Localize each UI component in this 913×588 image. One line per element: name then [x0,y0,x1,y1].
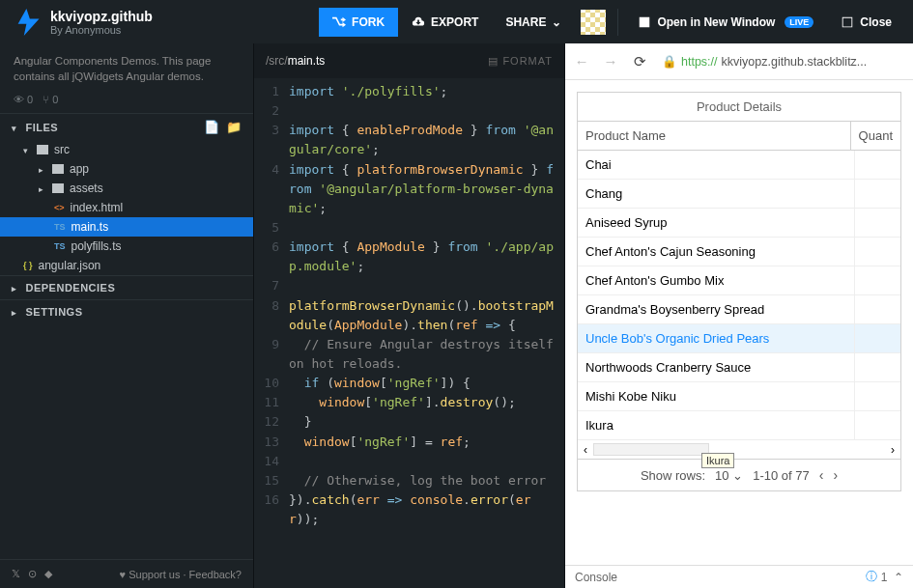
info-icon: ⓘ [866,569,877,585]
dependencies-section-header[interactable]: DEPENDENCIES [0,275,253,299]
files-label: FILES [26,122,59,133]
open-window-label: Open in New Window [657,15,775,29]
github-icon[interactable]: ⊙ [28,568,37,580]
cell-quantity [854,180,900,208]
col-quantity[interactable]: Quant [851,122,900,150]
format-icon: ▤ [488,55,499,68]
cell-quantity [854,266,900,294]
cell-product-name: Aniseed Syrup [578,209,854,237]
table-row[interactable]: Chef Anton's Cajun Seasoning [578,238,900,266]
cell-quantity [854,238,900,266]
tree-file-angular-json[interactable]: { }angular.json [0,256,253,275]
breadcrumb: /src/main.ts [266,54,325,68]
tree-file-polyfills[interactable]: TSpolyfills.ts [0,237,253,256]
project-description: Angular Components Demos. This page cont… [0,43,253,94]
top-bar: kkviyopz.github By Anonymous FORK EXPORT… [0,0,913,43]
cell-quantity [854,324,900,352]
discord-icon[interactable]: ◆ [44,568,52,580]
cell-quantity [854,151,900,179]
cell-product-name: Northwoods Cranberry Sauce [578,353,854,381]
live-badge: LIVE [785,16,813,28]
folder-icon [52,164,64,174]
settings-section-header[interactable]: SETTINGS [0,299,253,323]
tree-folder-app[interactable]: app [0,159,253,179]
nav-back-button[interactable]: ← [571,51,592,72]
tree-file-main[interactable]: TSmain.ts [0,217,253,237]
close-icon [841,15,854,29]
cell-quantity [854,295,900,323]
table-row[interactable]: Chai [578,151,900,180]
cell-quantity [854,411,900,439]
close-label: Close [860,15,892,29]
scroll-left-icon[interactable]: ‹ [584,443,587,457]
grid-body: ChaiChangAniseed SyrupChef Anton's Cajun… [578,151,900,440]
avatar[interactable] [581,10,606,35]
project-title: kkviyopz.github [50,9,153,24]
table-row[interactable]: Chang [578,180,900,209]
grid-pager: Ikura Show rows: 10 ⌄ 1-10 of 77 ‹ › [578,460,900,490]
folder-icon [37,145,48,154]
main: Angular Components Demos. This page cont… [0,43,913,588]
files-section-header[interactable]: FILES 📄 📁 [0,113,253,140]
sidebar: Angular Components Demos. This page cont… [0,43,253,588]
twitter-icon[interactable]: 𝕏 [12,568,20,580]
format-button[interactable]: FORMAT [502,55,553,67]
code-editor[interactable]: 1import './polyfills'; 2 3import { enabl… [254,78,564,588]
scrollbar-track[interactable] [593,443,709,456]
cell-product-name: Ikura [578,411,854,439]
cloud-download-icon [412,15,425,29]
new-folder-icon[interactable]: 📁 [226,120,243,134]
grid-horizontal-scrollbar[interactable]: ‹ › [578,440,900,460]
lock-icon: 🔒 [662,54,677,69]
table-row[interactable]: Grandma's Boysenberry Spread [578,295,900,324]
ts-file-icon: TS [54,241,66,251]
editor-panel: /src/main.ts ▤ FORMAT 1import './polyfil… [253,43,564,588]
support-link[interactable]: Support us [128,569,180,580]
table-row[interactable]: Northwoods Cranberry Sauce [578,353,900,382]
chevron-down-icon: ⌄ [732,468,743,483]
project-info: kkviyopz.github By Anonymous [50,9,153,36]
grid-title: Product Details [578,93,900,122]
editor-tab-bar: /src/main.ts ▤ FORMAT [254,43,564,78]
console-count: 1 [881,571,888,584]
table-row[interactable]: Mishi Kobe Niku [578,382,900,411]
pager-prev-button[interactable]: ‹ [819,467,824,483]
pager-next-button[interactable]: › [833,467,838,483]
pager-show-label: Show rows: [641,468,705,483]
table-row[interactable]: Uncle Bob's Organic Dried Pears [578,324,900,353]
scroll-right-icon[interactable]: › [891,443,895,457]
pager-range: 1-10 of 77 [753,468,810,483]
chevron-right-icon [39,162,46,176]
product-grid: Product Details Product Name Quant ChaiC… [577,92,901,491]
chevron-up-icon[interactable]: ⌃ [894,571,903,584]
table-row[interactable]: Aniseed Syrup [578,209,900,238]
tree-folder-assets[interactable]: assets [0,179,253,198]
page-size-select[interactable]: 10 ⌄ [715,468,743,483]
open-new-window-button[interactable]: Open in New Window LIVE [624,8,827,37]
table-row[interactable]: Ikura [578,411,900,440]
export-button[interactable]: EXPORT [398,8,492,37]
close-preview-button[interactable]: Close [827,8,905,37]
fork-button[interactable]: FORK [319,8,398,37]
share-button[interactable]: SHARE ⌄ [492,8,575,37]
sidebar-footer: 𝕏 ⊙ ◆ ♥ Support us · Feedback? [0,559,253,588]
table-row[interactable]: Chef Anton's Gumbo Mix [578,266,900,295]
reload-button[interactable]: ⟳ [629,51,650,72]
chevron-right-icon [12,306,20,318]
forks-stat: ⑂ 0 [43,94,58,105]
tree-folder-src[interactable]: src [0,140,253,159]
chevron-down-icon [23,143,31,156]
settings-label: SETTINGS [26,306,83,318]
col-product-name[interactable]: Product Name [578,122,851,150]
url-input[interactable]: 🔒 https://kkviyopz.github.stackblitz... [658,50,907,72]
console-bar[interactable]: Console ⓘ 1 ⌃ [565,565,913,588]
folder-icon [52,183,64,193]
project-stats: 👁 0 ⑂ 0 [0,94,253,113]
cell-quantity [854,209,900,237]
feedback-link[interactable]: Feedback? [189,569,242,580]
new-file-icon[interactable]: 📄 [204,120,220,134]
tree-file-index[interactable]: <>index.html [0,198,253,217]
nav-forward-button[interactable]: → [600,51,621,72]
cell-product-name: Chef Anton's Cajun Seasoning [578,238,854,266]
cell-product-name: Uncle Bob's Organic Dried Pears [578,324,854,352]
